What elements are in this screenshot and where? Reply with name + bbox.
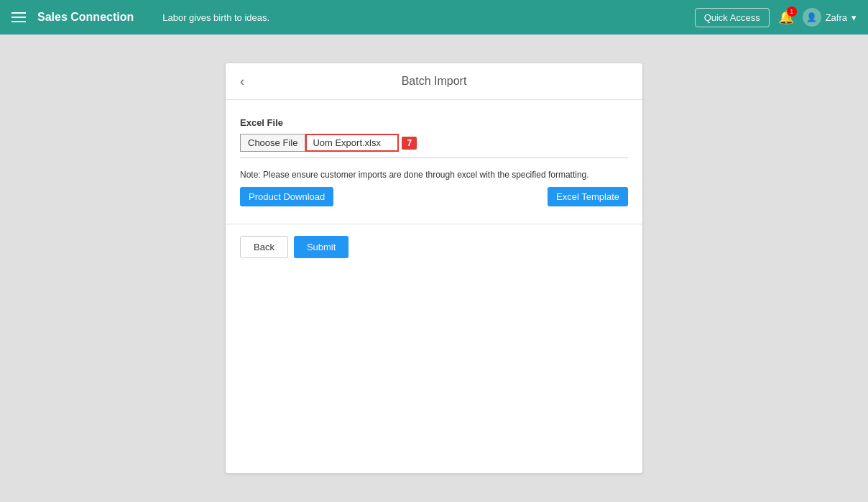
quick-access-button[interactable]: Quick Access (695, 8, 770, 27)
card-body: Excel File Choose File Uom Export.xlsx 7… (226, 100, 642, 224)
notification-badge: 1 (787, 6, 797, 17)
card-footer: Back Submit (226, 224, 642, 270)
header-tagline: Labor gives birth to ideas. (162, 12, 269, 23)
user-menu-button[interactable]: 👤 Zafra ▾ (803, 8, 857, 27)
file-input-row: Choose File Uom Export.xlsx 7 (240, 134, 628, 158)
main-content: ‹ Batch Import Excel File Choose File Uo… (0, 35, 868, 502)
batch-import-card: ‹ Batch Import Excel File Choose File Uo… (226, 63, 642, 473)
submit-button[interactable]: Submit (294, 236, 348, 258)
avatar: 👤 (803, 8, 821, 27)
file-badge: 7 (402, 137, 417, 150)
action-row: Product Download Excel Template (240, 187, 628, 206)
choose-file-button[interactable]: Choose File (240, 134, 305, 152)
app-name: Sales Connection (37, 11, 134, 24)
header-left: Sales Connection Labor gives birth to id… (11, 11, 269, 24)
chevron-down-icon: ▾ (851, 12, 857, 23)
note-text: Note: Please ensure customer imports are… (240, 170, 628, 180)
file-name-display: Uom Export.xlsx (305, 134, 399, 152)
header-right: Quick Access 🔔 1 👤 Zafra ▾ (695, 8, 857, 27)
card-title: Batch Import (240, 75, 628, 88)
excel-template-button[interactable]: Excel Template (548, 187, 628, 206)
notification-button[interactable]: 🔔 1 (778, 9, 794, 25)
app-header: Sales Connection Labor gives birth to id… (0, 0, 868, 35)
footer-buttons: Back Submit (240, 236, 628, 258)
user-name: Zafra (826, 12, 847, 23)
hamburger-icon[interactable] (11, 12, 26, 22)
excel-file-label: Excel File (240, 117, 628, 128)
back-button[interactable]: Back (240, 236, 288, 258)
back-chevron-button[interactable]: ‹ (240, 74, 244, 89)
card-header: ‹ Batch Import (226, 63, 642, 100)
product-download-button[interactable]: Product Download (240, 187, 333, 206)
